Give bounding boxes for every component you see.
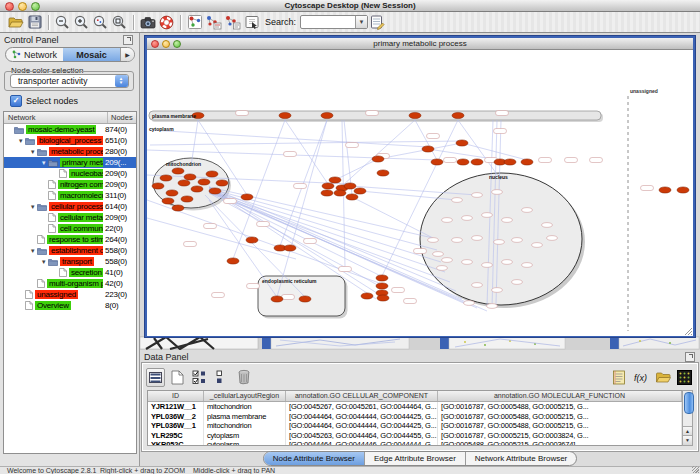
tree-row[interactable]: ▼primary metabo209(... — [4, 157, 136, 168]
expand-arrow-icon[interactable]: ▼ — [28, 248, 37, 254]
node-color-dropdown[interactable]: transporter activity ▲▼ — [10, 74, 129, 88]
network-node[interactable] — [372, 156, 384, 162]
nucleus-node[interactable] — [464, 301, 475, 306]
node-label-chip[interactable] — [284, 152, 297, 157]
nucleus-node[interactable] — [442, 258, 453, 263]
expand-arrow-icon[interactable]: ▼ — [28, 149, 37, 155]
network-node[interactable] — [456, 140, 468, 146]
network-node[interactable] — [172, 205, 184, 211]
float-panel-icon[interactable] — [123, 35, 133, 45]
tree-row[interactable]: unassigned223(0) — [4, 289, 136, 300]
new-attribute-icon[interactable] — [168, 368, 187, 387]
network-node[interactable] — [329, 177, 341, 183]
node-label-chip[interactable] — [294, 184, 307, 189]
node-label-chip[interactable] — [257, 222, 270, 227]
scrollbar-thumb[interactable] — [684, 392, 694, 414]
import-table-icon[interactable] — [653, 368, 672, 387]
edge[interactable] — [415, 120, 437, 160]
attribute-matrix-icon[interactable] — [675, 368, 694, 387]
nucleus-node[interactable] — [482, 263, 493, 268]
zoom-selected-icon[interactable] — [91, 13, 110, 31]
network-canvas[interactable]: plasma membrane cytoplasm mitochondrion … — [147, 50, 693, 336]
nucleus-node[interactable] — [522, 263, 533, 268]
network-node[interactable] — [344, 183, 356, 189]
tree-row[interactable]: ▼metabolic process280(0) — [4, 146, 136, 157]
nucleus-node[interactable] — [502, 260, 513, 265]
nucleus-node[interactable] — [482, 213, 493, 218]
nucleus-node[interactable] — [452, 238, 463, 243]
node-label-chip[interactable] — [414, 249, 427, 254]
network-node[interactable] — [457, 159, 469, 165]
table-row[interactable]: YJR121W__1mitochondrion[GO:0045267, GO:0… — [148, 402, 682, 412]
network-node[interactable] — [376, 283, 388, 289]
delete-attribute-icon[interactable] — [234, 368, 253, 387]
expand-arrow-icon[interactable]: ▼ — [28, 204, 37, 210]
nucleus-node[interactable] — [542, 223, 553, 228]
nucleus-node[interactable] — [462, 260, 473, 265]
tree-column-network[interactable]: Network — [4, 112, 108, 123]
node-label-chip[interactable] — [404, 299, 417, 304]
function-builder-icon[interactable]: f(x) — [631, 368, 650, 387]
node-label-chip[interactable] — [224, 199, 237, 204]
network-node[interactable] — [241, 194, 253, 200]
node-label-chip[interactable] — [304, 239, 317, 244]
tabs-overflow-arrow[interactable]: ▶ — [120, 48, 134, 61]
col-cellular-component[interactable]: annotation.GO CELLULAR_COMPONENT — [286, 391, 438, 401]
tab-edge-attribute-browser[interactable]: Edge Attribute Browser — [365, 452, 466, 465]
unselect-all-attributes-icon[interactable] — [212, 368, 231, 387]
notes-icon[interactable] — [609, 368, 628, 387]
network-node[interactable] — [178, 180, 190, 186]
network-node[interactable] — [377, 295, 389, 301]
edge[interactable] — [147, 218, 296, 259]
edge[interactable] — [233, 120, 285, 259]
nucleus-node[interactable] — [472, 283, 483, 288]
open-icon[interactable] — [6, 13, 25, 31]
col-molecular-function[interactable]: annotation.GO MOLECULAR_FUNCTION — [438, 391, 682, 401]
nucleus-node[interactable] — [428, 238, 439, 243]
node-label-chip[interactable] — [565, 158, 578, 163]
nucleus-node[interactable] — [512, 280, 523, 285]
edge[interactable] — [209, 193, 383, 288]
network-node[interactable] — [216, 180, 228, 186]
search-dropdown-arrow[interactable]: ▼ — [355, 16, 367, 28]
import-attributes-icon[interactable] — [368, 13, 387, 31]
nucleus-node[interactable] — [547, 236, 558, 241]
nucleus-node[interactable] — [512, 238, 523, 243]
network-node[interactable] — [346, 194, 358, 200]
network-node[interactable] — [209, 188, 221, 194]
network-node[interactable] — [279, 112, 291, 118]
select-nodes-checkbox[interactable]: ✓ — [10, 95, 22, 107]
network-node[interactable] — [471, 159, 483, 165]
edge[interactable] — [209, 192, 445, 273]
network-node[interactable] — [422, 146, 434, 152]
tree-column-nodes[interactable]: Nodes — [108, 112, 136, 123]
edge[interactable] — [378, 143, 462, 159]
node-label-chip[interactable] — [539, 158, 552, 163]
select-all-attributes-icon[interactable] — [190, 368, 209, 387]
tree-row[interactable]: cellular metabol209(0) — [4, 212, 136, 223]
save-icon[interactable] — [25, 13, 44, 31]
network-node[interactable] — [184, 174, 196, 180]
nucleus-node[interactable] — [452, 198, 463, 203]
tree-row[interactable]: nitrogen compo209(0) — [4, 179, 136, 190]
network-node[interactable] — [334, 190, 346, 196]
select-attributes-icon[interactable] — [146, 368, 165, 387]
zoom-fit-icon[interactable] — [110, 13, 129, 31]
node-label-chip[interactable] — [641, 186, 654, 191]
scroll-down-icon[interactable]: ▼ — [683, 435, 692, 445]
edge[interactable] — [352, 197, 433, 238]
nucleus-node[interactable] — [487, 304, 498, 309]
node-label-chip[interactable] — [427, 134, 440, 139]
tree-row[interactable]: ▼cellular process614(0) — [4, 201, 136, 212]
network-node[interactable] — [166, 190, 178, 196]
nucleus-node[interactable] — [532, 243, 543, 248]
tree-row[interactable]: Overview8(0) — [4, 300, 136, 311]
node-label-chip[interactable] — [366, 111, 379, 116]
network-node[interactable] — [354, 188, 366, 194]
tree-row[interactable]: mosaic-demo-yeast874(0) — [4, 124, 136, 135]
nucleus-node[interactable] — [442, 218, 453, 223]
tree-row[interactable]: ▼establishment of lo558(0) — [4, 245, 136, 256]
table-row[interactable]: YPL036W__2plasma membrane[GO:0044464, GO… — [148, 412, 682, 422]
network-view-c-icon[interactable] — [223, 13, 242, 31]
node-label-chip[interactable] — [184, 242, 197, 247]
